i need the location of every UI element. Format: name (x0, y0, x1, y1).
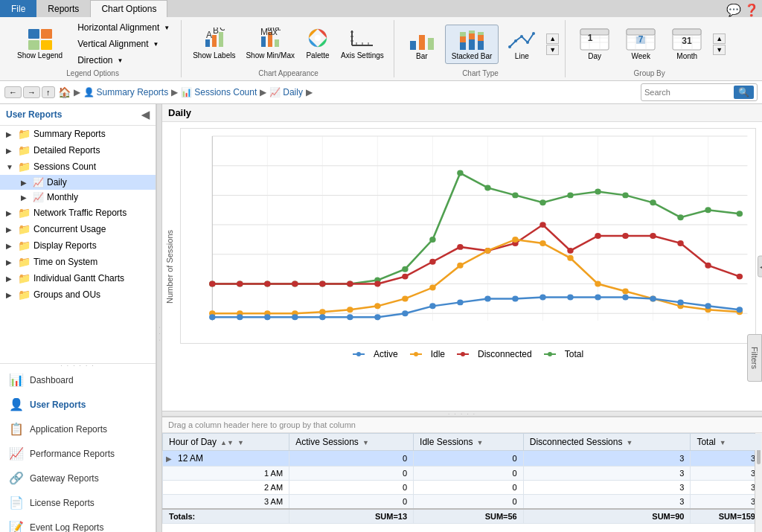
tree-item-time-on-system[interactable]: ▶ 📁 Time on System (0, 254, 156, 270)
svg-point-112 (622, 233, 628, 239)
svg-point-149 (540, 294, 545, 300)
nav-license-reports[interactable]: 📄 License Reports (0, 490, 156, 515)
direction-arrow: ▼ (118, 57, 124, 64)
groups-ous-label: Groups and OUs (33, 289, 100, 300)
nav-event-log-reports[interactable]: 📝 Event Log Reports (0, 515, 156, 532)
license-reports-icon: 📄 (9, 496, 24, 510)
user-reports-label: Summary Reports (97, 87, 169, 97)
axis-settings-button[interactable]: Axis Settings (337, 25, 388, 63)
table-row[interactable]: 3 AM 0 0 3 3 (163, 495, 762, 510)
filter-icon-idle[interactable]: ▼ (476, 439, 483, 446)
nav-dashboard[interactable]: 📊 Dashboard (0, 368, 156, 392)
license-reports-label: License Reports (30, 498, 95, 508)
tree-item-network-traffic[interactable]: ▶ 📁 Network Traffic Reports (0, 205, 156, 221)
nav-application-reports[interactable]: 📋 Application Reports (0, 417, 156, 441)
up-button[interactable]: ↑ (42, 86, 55, 98)
table-wrapper[interactable]: Hour of Day ▲▼ ▼ Active Sessions ▼ Idle … (162, 433, 762, 532)
svg-point-147 (484, 295, 490, 301)
direction-button[interactable]: Direction ▼ (72, 53, 175, 68)
chart-type-scroll-down[interactable]: ▼ (546, 45, 559, 55)
group-by-week-button[interactable]: 7 Week (619, 25, 662, 64)
forward-button[interactable]: → (23, 86, 40, 98)
vertical-splitter[interactable]: · · · · · (162, 411, 762, 417)
back-button[interactable]: ← (4, 86, 22, 98)
col-hour[interactable]: Hour of Day ▲▼ ▼ (163, 434, 289, 451)
cell-active-0: 0 (289, 451, 414, 467)
group-by-scroll-up[interactable]: ▲ (713, 33, 726, 44)
home-icon[interactable]: 🏠 (58, 86, 71, 98)
breadcrumb-daily[interactable]: 📈 Daily (269, 87, 303, 97)
cell-total-0: 3 (691, 451, 762, 467)
col-idle[interactable]: Idle Sessions ▼ (414, 434, 524, 451)
table-row[interactable]: 1 AM 0 0 3 3 (163, 467, 762, 481)
horizontal-alignment-button[interactable]: Horizontal Alignment ▼ (72, 20, 175, 35)
tree-item-concurrent-usage[interactable]: ▶ 📁 Concurrent Usage (0, 221, 156, 237)
breadcrumb-user-reports[interactable]: 👤 Summary Reports (83, 87, 169, 97)
filter-icon-active[interactable]: ▼ (362, 439, 369, 446)
nav-performance-reports[interactable]: 📈 Performance Reports (0, 441, 156, 466)
chart-type-scroll-up[interactable]: ▲ (546, 33, 559, 44)
chart-appearance-group: A B C Show Labels Max M (183, 20, 394, 77)
group-by-month-button[interactable]: 31 Month (665, 25, 708, 64)
tab-chart-options[interactable]: Chart Options (90, 0, 167, 17)
table-row[interactable]: ▶ 12 AM 0 0 3 3 (163, 451, 762, 467)
show-min-max-button[interactable]: Max Max Show Min/Max (242, 25, 298, 63)
svg-point-127 (484, 248, 490, 254)
breadcrumb-sessions-count[interactable]: 📊 Sessions Count (181, 87, 257, 97)
gateway-reports-icon: 🔗 (9, 471, 24, 485)
tree-item-summary-reports[interactable]: ▶ 📁 Summary Reports (0, 126, 156, 142)
sidebar-collapse-button[interactable]: ◀ (141, 109, 150, 121)
svg-point-152 (622, 294, 628, 300)
sidebar-splitter[interactable]: · · · (156, 104, 162, 532)
search-input[interactable] (644, 88, 734, 97)
filter-icon-disconnected[interactable]: ▼ (627, 439, 633, 446)
tree-item-display-reports[interactable]: ▶ 📁 Display Reports (0, 237, 156, 254)
tree-item-daily[interactable]: ▶ 📈 Daily (0, 175, 156, 190)
chart-collapse-right[interactable]: ◀ (758, 256, 762, 278)
svg-point-97 (209, 281, 215, 287)
tree-item-detailed-reports[interactable]: ▶ 📁 Detailed Reports (0, 142, 156, 158)
tree-item-sessions-count[interactable]: ▼ 📁 Sessions Count (0, 158, 156, 175)
tree-item-groups-ous[interactable]: ▶ 📁 Groups and OUs (0, 286, 156, 303)
group-by-day-button[interactable]: 1 Day (573, 25, 616, 64)
bar-chart-button[interactable]: Bar (402, 25, 442, 64)
tree-item-monthly[interactable]: ▶ 📈 Monthly (0, 190, 156, 205)
vertical-alignment-button[interactable]: Vertical Alignment ▼ (72, 36, 175, 51)
gantt-charts-label: Individual Gantt Charts (33, 273, 124, 283)
show-legend-button[interactable]: Show Legend (10, 25, 69, 63)
group-by-scroll-down[interactable]: ▼ (713, 45, 726, 55)
totals-row: Totals: SUM=13 SUM=56 SUM=90 SUM=159 (163, 509, 762, 524)
col-total-label: Total (697, 437, 715, 447)
col-active[interactable]: Active Sessions ▼ (289, 434, 414, 451)
palette-button[interactable]: Palette (301, 25, 334, 63)
filters-toggle[interactable]: Filters (747, 334, 762, 382)
chat-button[interactable]: 💬 (726, 3, 741, 17)
stacked-bar-icon (458, 28, 485, 51)
help-button[interactable]: ❓ (744, 3, 759, 17)
col-disconnected[interactable]: Disconnected Sessions ▼ (523, 434, 691, 451)
tab-reports[interactable]: Reports (36, 0, 90, 17)
filter-icon-hour[interactable]: ▼ (237, 439, 244, 446)
tab-file[interactable]: File (0, 0, 36, 17)
totals-disconnected: SUM=90 (523, 509, 691, 524)
tree-item-gantt-charts[interactable]: ▶ 📁 Individual Gantt Charts (0, 270, 156, 286)
show-labels-button[interactable]: A B C Show Labels (189, 25, 239, 63)
legend-options-group: Show Legend Horizontal Alignment ▼ Verti… (4, 20, 182, 77)
row-expand-0[interactable]: ▶ (166, 455, 172, 463)
nav-gateway-reports[interactable]: 🔗 Gateway Reports (0, 466, 156, 490)
table-area: Drag a column header here to group by th… (162, 417, 762, 532)
month-icon: 31 (672, 28, 702, 51)
table-row[interactable]: 2 AM 0 0 3 3 (163, 481, 762, 495)
line-chart-button[interactable]: Line (502, 25, 542, 64)
day-label: Day (588, 52, 601, 61)
sort-icon-hour[interactable]: ▲▼ (220, 439, 234, 446)
col-total[interactable]: Total ▼ (691, 434, 762, 451)
nav-user-reports[interactable]: 👤 User Reports (0, 392, 156, 417)
filter-icon-total[interactable]: ▼ (720, 439, 726, 446)
cell-disconnected-0: 3 (523, 451, 691, 467)
stacked-bar-chart-button[interactable]: Stacked Bar (445, 25, 499, 64)
search-button[interactable]: 🔍 (734, 86, 754, 99)
totals-total: SUM=159 (691, 509, 762, 524)
cell-hour-3: 3 AM (163, 495, 289, 510)
svg-point-129 (540, 240, 545, 246)
